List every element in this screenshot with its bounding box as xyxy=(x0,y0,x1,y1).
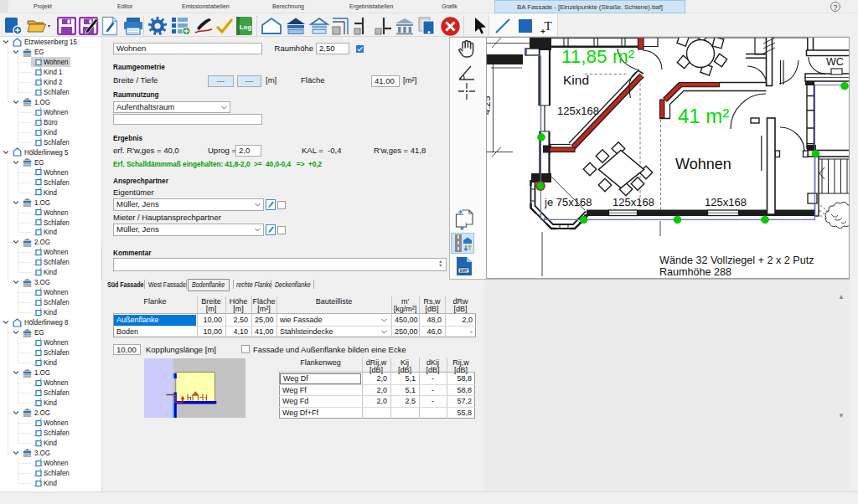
svg-text:125x168: 125x168 xyxy=(557,105,599,117)
svg-text:Log: Log xyxy=(240,23,252,31)
svg-text:125x168: 125x168 xyxy=(612,196,654,208)
svg-text:je 75x168: je 75x168 xyxy=(544,196,592,208)
svg-text:Wohnen: Wohnen xyxy=(675,156,731,172)
svg-text:Raumhöhe 288: Raumhöhe 288 xyxy=(659,266,731,278)
svg-text:Kind: Kind xyxy=(563,73,589,87)
svg-text:125x168: 125x168 xyxy=(705,196,747,208)
svg-text:T: T xyxy=(544,19,551,33)
svg-text:BMP: BMP xyxy=(460,269,468,273)
svg-text:WC: WC xyxy=(826,56,844,68)
svg-text:Wände 32 Vollziegel + 2 x 2 Pu: Wände 32 Vollziegel + 2 x 2 Putz xyxy=(659,255,814,266)
svg-text:11,85 m²: 11,85 m² xyxy=(561,46,635,67)
svg-text:41 m²: 41 m² xyxy=(678,105,729,127)
